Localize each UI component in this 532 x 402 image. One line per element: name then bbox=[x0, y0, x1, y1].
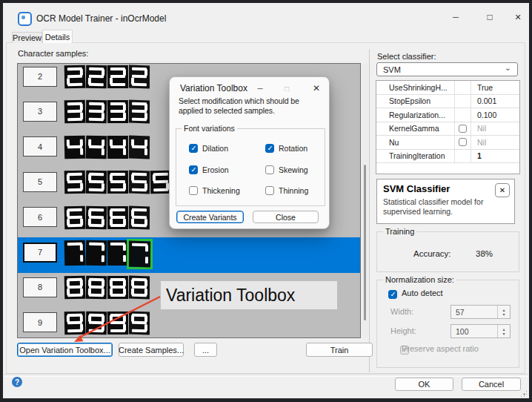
parameter-row[interactable]: NuNil bbox=[376, 136, 519, 150]
parameter-row[interactable]: KernelGammaNil bbox=[376, 122, 519, 136]
sample-tile-2[interactable] bbox=[129, 65, 150, 89]
segment bbox=[153, 188, 168, 191]
ok-button[interactable]: OK bbox=[395, 378, 453, 391]
sample-tile-6[interactable] bbox=[86, 205, 107, 229]
sample-tile-9[interactable] bbox=[129, 311, 150, 335]
train-button[interactable]: Train bbox=[306, 343, 373, 357]
sample-tile-7[interactable] bbox=[64, 240, 86, 266]
stepper-arrows-icon[interactable]: ▴▾ bbox=[497, 306, 510, 318]
annotation-callout: Variation Toolbox bbox=[161, 281, 337, 309]
checkbox-box[interactable] bbox=[189, 165, 198, 174]
sample-tile-5[interactable] bbox=[86, 171, 107, 194]
parameter-row[interactable]: Regularization...0.100 bbox=[376, 108, 519, 122]
sample-tile-4[interactable] bbox=[64, 136, 86, 159]
parameter-checkbox[interactable] bbox=[459, 125, 467, 133]
create-samples-button[interactable]: Create Samples... bbox=[119, 343, 184, 357]
sample-tile-2[interactable] bbox=[86, 65, 107, 89]
sample-tile-3[interactable] bbox=[129, 100, 150, 124]
sample-tile-8[interactable] bbox=[86, 276, 107, 300]
checkbox-box[interactable] bbox=[189, 144, 198, 153]
auto-detect-checkbox[interactable] bbox=[388, 290, 397, 299]
parameter-value[interactable]: True bbox=[471, 83, 519, 92]
tab-preview[interactable]: Preview bbox=[12, 32, 42, 43]
sample-tile-8[interactable] bbox=[107, 276, 128, 299]
parameter-value[interactable]: 0.001 bbox=[471, 96, 519, 105]
variation-checkbox-rotation[interactable]: Rotation bbox=[265, 144, 307, 153]
info-close-button[interactable]: ✕ bbox=[495, 183, 510, 197]
variation-checkbox-thickening[interactable]: Thickening bbox=[189, 186, 240, 195]
help-icon[interactable]: ? bbox=[12, 377, 22, 387]
sample-tile-7[interactable] bbox=[86, 240, 107, 266]
sample-tile-4[interactable] bbox=[107, 136, 128, 159]
parameter-row[interactable]: StopEpsilon0.001 bbox=[376, 95, 519, 109]
sample-tile-6[interactable] bbox=[129, 205, 150, 229]
create-variants-button[interactable]: Create Variants bbox=[176, 211, 244, 223]
sample-tile-9[interactable] bbox=[107, 312, 128, 335]
stepper-arrows-icon[interactable]: ▴▾ bbox=[497, 325, 510, 337]
variation-checkbox-thinning[interactable]: Thinning bbox=[265, 186, 308, 195]
scrollbar-thumb[interactable] bbox=[364, 165, 366, 320]
segment bbox=[89, 188, 104, 191]
selected-sample-outline[interactable] bbox=[127, 239, 153, 269]
sample-tile-3[interactable] bbox=[86, 100, 107, 124]
checkbox-box[interactable] bbox=[265, 144, 274, 153]
sample-tile-4[interactable] bbox=[129, 135, 150, 159]
sample-tile-7[interactable] bbox=[107, 240, 128, 266]
sample-tile-7[interactable] bbox=[129, 240, 150, 267]
sample-tile-5[interactable] bbox=[64, 171, 86, 194]
sample-tile-6[interactable] bbox=[107, 205, 128, 228]
parameter-value[interactable]: 0.100 bbox=[471, 111, 519, 119]
sample-tile-9[interactable] bbox=[64, 312, 86, 335]
tab-details[interactable]: Details bbox=[42, 30, 73, 43]
parameter-name: StopEpsilon bbox=[376, 95, 455, 108]
checkbox-box[interactable] bbox=[189, 186, 198, 195]
variation-checkbox-erosion[interactable]: Erosion bbox=[189, 165, 229, 174]
parameter-row[interactable]: TrainingIteration1 bbox=[376, 150, 519, 164]
cancel-button[interactable]: Cancel bbox=[462, 378, 521, 391]
close-button[interactable]: ✕ bbox=[507, 9, 529, 25]
sample-tile-5[interactable] bbox=[150, 171, 172, 194]
parameter-value[interactable]: Nil bbox=[471, 124, 519, 133]
width-stepper[interactable]: 57 ▴▾ bbox=[450, 305, 511, 319]
variation-checkbox-dilation[interactable]: Dilation bbox=[189, 144, 228, 153]
dialog-minimize-button[interactable]: ─ bbox=[251, 82, 269, 95]
sample-tile-4[interactable] bbox=[86, 136, 107, 159]
segment bbox=[67, 329, 82, 332]
sample-tile-6[interactable] bbox=[64, 205, 86, 229]
segment bbox=[67, 219, 70, 225]
sample-tile-9[interactable] bbox=[86, 312, 107, 335]
dialog-close-button[interactable]: ✕ bbox=[307, 82, 325, 95]
classifier-parameter-table[interactable]: UseShrinkingH...TrueStopEpsilon0.001Regu… bbox=[376, 80, 520, 174]
maximize-button[interactable]: □ bbox=[479, 9, 501, 25]
sample-tile-5[interactable] bbox=[107, 171, 128, 194]
checkbox-box[interactable] bbox=[265, 186, 274, 195]
classifier-dropdown[interactable]: SVM ⌄ bbox=[376, 62, 518, 76]
sample-tile-3[interactable] bbox=[64, 100, 86, 124]
sample-row-label-4[interactable]: 4 bbox=[23, 136, 57, 156]
sample-tile-8[interactable] bbox=[64, 276, 86, 300]
sample-tile-8[interactable] bbox=[129, 276, 150, 300]
sample-row-label-6[interactable]: 6 bbox=[23, 207, 57, 227]
parameter-value[interactable]: Nil bbox=[471, 138, 519, 147]
sample-row-label-8[interactable]: 8 bbox=[23, 277, 57, 297]
sample-row-label-5[interactable]: 5 bbox=[23, 172, 57, 192]
sample-tile-2[interactable] bbox=[107, 65, 128, 88]
more-options-button[interactable]: ... bbox=[194, 343, 217, 357]
sample-tile-3[interactable] bbox=[107, 100, 128, 123]
sample-row-label-3[interactable]: 3 bbox=[23, 102, 57, 122]
open-variation-toolbox-button[interactable]: Open Variation Toolbox... bbox=[17, 343, 113, 357]
checkbox-box[interactable] bbox=[265, 165, 274, 174]
sample-row-label-2[interactable]: 2 bbox=[23, 67, 57, 87]
sample-tile-5[interactable] bbox=[129, 171, 150, 194]
height-stepper[interactable]: 100 ▴▾ bbox=[450, 324, 511, 338]
sample-tile-2[interactable] bbox=[64, 65, 86, 89]
dialog-close-action-button[interactable]: Close bbox=[253, 211, 319, 223]
minimize-button[interactable]: ─ bbox=[445, 9, 467, 25]
sample-row-label-9[interactable]: 9 bbox=[23, 312, 57, 332]
parameter-value[interactable]: 1 bbox=[471, 151, 519, 160]
segment bbox=[80, 255, 83, 262]
parameter-checkbox[interactable] bbox=[459, 138, 467, 146]
variation-checkbox-skewing[interactable]: Skewing bbox=[265, 165, 308, 174]
parameter-row[interactable]: UseShrinkingH...True bbox=[376, 81, 519, 95]
sample-row-label-7[interactable]: 7 bbox=[23, 243, 57, 263]
